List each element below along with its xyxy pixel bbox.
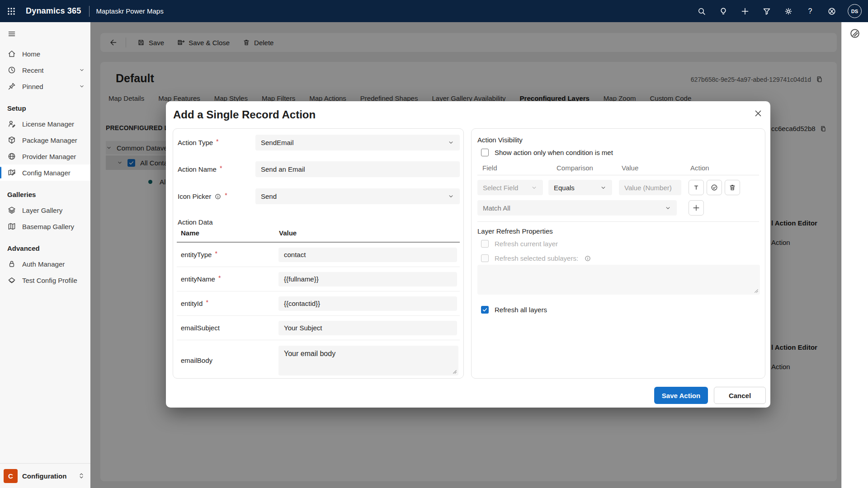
chevron-down-icon <box>448 193 454 200</box>
environment-label: Configuration <box>22 472 66 480</box>
sidebar: HomeRecentPinnedSetupLicense ManagerPack… <box>0 22 91 488</box>
sidebar-item-recent[interactable]: Recent <box>0 62 90 78</box>
settings-icon <box>784 7 793 16</box>
filter-icon <box>762 7 771 16</box>
map-icon <box>7 222 16 231</box>
trash-icon <box>728 183 736 192</box>
refresh-all-layers-checkbox[interactable] <box>481 306 489 314</box>
add-icon <box>741 7 750 16</box>
sidebar-item-auth-manager[interactable]: Auth Manager <box>0 256 90 272</box>
sidebar-item-package-manager[interactable]: Package Manager <box>0 132 90 148</box>
sidebar-item-basemap-gallery[interactable]: Basemap Gallery <box>0 218 90 235</box>
refresh-current-layer-checkbox[interactable] <box>481 240 489 248</box>
topbar-divider <box>89 6 90 17</box>
refresh-sublayers-checkbox[interactable] <box>481 254 489 262</box>
emailBody-textarea[interactable]: Your email body <box>278 346 458 375</box>
lightbulb-icon <box>719 7 728 16</box>
info-icon[interactable] <box>584 255 591 262</box>
required-asterisk: * <box>215 250 217 257</box>
info-icon[interactable] <box>214 193 222 200</box>
help-button[interactable]: ? <box>802 3 819 20</box>
match-mode-select[interactable]: Match All <box>477 200 677 216</box>
clock-icon <box>7 66 16 75</box>
add-condition-button[interactable] <box>689 200 704 216</box>
action-data-row: emailBodyYour email body <box>177 340 460 380</box>
action-name-input[interactable]: Send an Email <box>255 161 460 177</box>
action-form-card: Action Type* SendEmail Action Name* Send… <box>173 128 464 379</box>
layers-icon <box>7 206 16 215</box>
app-launcher-button[interactable] <box>0 0 22 22</box>
condition-checkbox-row[interactable]: Show action only when condition is met <box>481 149 613 156</box>
resize-handle-icon[interactable] <box>754 288 759 293</box>
dataverse-button[interactable] <box>823 3 840 20</box>
add-button[interactable] <box>736 3 754 20</box>
sidebar-item-home[interactable]: Home <box>0 46 90 62</box>
sidebar-group-setup: Setup <box>0 94 90 116</box>
avatar[interactable]: DS <box>848 4 862 18</box>
app-name[interactable]: Maptaskr Power Maps <box>96 7 163 15</box>
topbar-actions: ? DS <box>693 3 868 20</box>
environment-switcher[interactable]: C Configuration <box>0 463 90 488</box>
chev-down-icon <box>79 67 85 73</box>
copilot-button[interactable] <box>849 28 861 39</box>
lock-icon <box>7 259 16 268</box>
right-rail <box>841 22 868 488</box>
entityName-label: entityName* <box>177 275 278 283</box>
entityType-input[interactable]: contact <box>278 248 457 262</box>
required-asterisk: * <box>216 138 218 145</box>
collapse-sidebar-button[interactable] <box>0 22 17 44</box>
action-type-select[interactable]: SendEmail <box>255 135 460 150</box>
text-type-button[interactable] <box>689 180 704 195</box>
action-name-label: Action Name* <box>178 165 255 173</box>
check-icon <box>482 307 488 313</box>
condition-checkbox[interactable] <box>481 149 489 156</box>
dialog-title: Add a Single Record Action <box>173 108 316 121</box>
required-asterisk: * <box>220 164 222 172</box>
confirm-condition-button[interactable] <box>707 180 722 195</box>
emailSubject-label: emailSubject <box>177 324 278 332</box>
brand-title: Dynamics 365 <box>26 6 81 16</box>
close-dialog-button[interactable] <box>753 108 763 118</box>
search-button[interactable] <box>693 3 710 20</box>
action-data-row: emailSubjectYour Subject <box>177 316 460 340</box>
sidebar-item-config-manager[interactable]: Config Manager <box>0 164 90 181</box>
save-action-button[interactable]: Save Action <box>654 387 708 404</box>
resize-icon <box>452 369 457 374</box>
action-data-row: entityType*contact <box>177 243 460 267</box>
entityName-input[interactable]: {{fullname}} <box>278 272 457 286</box>
action-data-row: entityId*{{contactid}} <box>177 291 460 316</box>
check-circle-icon <box>710 183 718 192</box>
condition-field-select[interactable]: Select Field <box>477 180 543 195</box>
sidebar-item-provider-manager[interactable]: Provider Manager <box>0 148 90 164</box>
action-visibility-heading: Action Visibility <box>477 136 523 144</box>
refresh-current-layer-row[interactable]: Refresh current layer <box>481 240 558 248</box>
sidebar-item-test-config-profile[interactable]: Test Config Profile <box>0 272 90 288</box>
refresh-sublayers-row[interactable]: Refresh selected sublayers: <box>481 254 591 262</box>
emailSubject-input[interactable]: Your Subject <box>278 321 457 335</box>
sidebar-item-label: Basemap Gallery <box>22 223 74 230</box>
delete-condition-button[interactable] <box>725 180 740 195</box>
help-icon: ? <box>806 7 815 16</box>
sidebar-item-license-manager[interactable]: License Manager <box>0 116 90 132</box>
sidebar-item-layer-gallery[interactable]: Layer Gallery <box>0 202 90 218</box>
icon-picker-label: Icon Picker * <box>178 192 255 200</box>
entityId-input[interactable]: {{contactid}} <box>278 296 457 311</box>
emailBody-label: emailBody <box>177 357 278 364</box>
globe-icon <box>7 152 16 161</box>
refresh-all-layers-row[interactable]: Refresh all layers <box>481 306 547 314</box>
action-data-columns: Name Value <box>181 229 199 237</box>
sidebar-item-pinned[interactable]: Pinned <box>0 78 90 94</box>
settings-button[interactable] <box>780 3 797 20</box>
condition-comparison-select[interactable]: Equals <box>548 180 612 195</box>
condition-value-input[interactable]: Value (Number) <box>619 180 681 195</box>
action-data-rows: entityType*contactentityName*{{fullname}… <box>177 243 460 380</box>
sidebar-item-label: Test Config Profile <box>22 277 77 284</box>
plus-icon <box>692 204 700 212</box>
cancel-button[interactable]: Cancel <box>714 387 766 404</box>
menu-icon <box>7 29 16 38</box>
icon-picker-select[interactable]: Send <box>255 188 460 204</box>
sidebar-group-advanced: Advanced <box>0 235 90 256</box>
sidebar-item-label: Home <box>22 50 40 58</box>
filter-button[interactable] <box>758 3 775 20</box>
lightbulb-button[interactable] <box>715 3 732 20</box>
